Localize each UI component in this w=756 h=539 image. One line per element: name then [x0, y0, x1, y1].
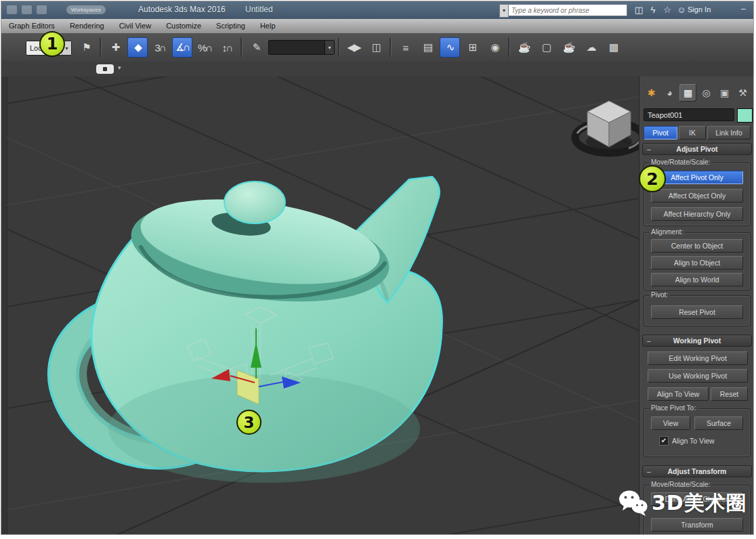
- document-title: Untitled: [245, 5, 273, 14]
- graphite-ribbon-icon[interactable]: ▤: [417, 37, 438, 58]
- named-selection-sets-dropdown[interactable]: ▾: [268, 40, 335, 55]
- edit-working-pivot-button[interactable]: Edit Working Pivot: [648, 351, 748, 365]
- use-working-pivot-button[interactable]: Use Working Pivot: [648, 369, 748, 383]
- display-tab-icon[interactable]: ▣: [716, 84, 733, 102]
- material-editor-icon[interactable]: ◉: [484, 37, 505, 58]
- ribbon-toggle-icon: [103, 67, 107, 71]
- transform-button[interactable]: Transform: [651, 518, 743, 532]
- create-tab-icon[interactable]: ✱: [643, 84, 660, 102]
- menu-rendering[interactable]: Rendering: [62, 19, 112, 33]
- user-icon[interactable]: ☺: [675, 4, 688, 16]
- minimize-button[interactable]: –: [741, 4, 746, 14]
- align-icon[interactable]: ◫: [366, 37, 386, 58]
- viewport-canvas: [7, 77, 639, 535]
- tab-pivot[interactable]: Pivot: [644, 126, 677, 139]
- group-label: Move/Rotate/Scale:: [649, 158, 712, 166]
- menu-civil-view[interactable]: Civil View: [112, 19, 159, 33]
- app-title: Autodesk 3ds Max 2016: [138, 5, 226, 14]
- tab-link-info[interactable]: Link Info: [707, 126, 751, 139]
- workspaces-dropdown[interactable]: Workspaces: [66, 5, 106, 14]
- render-cloud-icon[interactable]: ☁: [581, 37, 601, 58]
- search-scope-dropdown[interactable]: ▾: [499, 4, 509, 18]
- schematic-view-icon[interactable]: ⊞: [462, 37, 482, 58]
- menu-help[interactable]: Help: [253, 19, 283, 33]
- modify-tab-icon[interactable]: ◕: [661, 84, 678, 102]
- collapse-icon: –: [647, 337, 651, 345]
- place-pivot-surface-button[interactable]: Surface: [694, 416, 743, 430]
- snaps-toggle-icon[interactable]: 3∩: [150, 37, 170, 58]
- collapse-icon: –: [647, 145, 651, 153]
- object-name-field[interactable]: Teapot001: [644, 108, 734, 121]
- align-to-object-button[interactable]: Align to Object: [651, 256, 743, 270]
- reset-working-pivot-button[interactable]: Reset: [711, 387, 748, 401]
- rollout-adjust-transform[interactable]: – Adjust Transform: [642, 465, 752, 477]
- quick-access-icon[interactable]: [7, 5, 17, 14]
- curve-editor-icon[interactable]: ∿: [440, 37, 460, 58]
- layer-manager-icon[interactable]: ≡: [395, 37, 415, 58]
- search-input[interactable]: [508, 4, 627, 16]
- lightning-icon[interactable]: ϟ: [646, 4, 660, 16]
- quick-access-icon[interactable]: [37, 5, 47, 14]
- toolbar-icons: ⚑ ✚ ◆ 3∩ ∡∩ %∩ ↕∩ ✎ ▾ ◀▶ ◫ ≡ ▤ ∿ ⊞ ◉ ☕: [76, 37, 623, 58]
- use-pivot-point-center-icon[interactable]: ⚑: [76, 37, 96, 58]
- callout-1: 1: [39, 31, 65, 57]
- quick-access-icon[interactable]: [22, 5, 32, 14]
- utilities-tab-icon[interactable]: ⚒: [734, 84, 751, 102]
- wechat-icon: [618, 489, 649, 517]
- callout-2: 2: [639, 165, 666, 192]
- group-alignment: Alignment: Center to Object Align to Obj…: [644, 232, 751, 290]
- watermark: 3D美术圈: [618, 489, 747, 517]
- rollout-adjust-pivot[interactable]: – Adjust Pivot: [642, 143, 752, 155]
- reset-pivot-button[interactable]: Reset Pivot: [651, 305, 743, 319]
- title-bar: Workspaces Autodesk 3ds Max 2016 Untitle…: [1, 1, 753, 20]
- checkbox-checked-icon[interactable]: ✔: [659, 436, 669, 446]
- menu-customize[interactable]: Customize: [159, 19, 209, 33]
- group-label: Move/Rotate/Scale:: [649, 481, 712, 488]
- group-label: Pivot:: [649, 291, 670, 299]
- chevron-down-icon[interactable]: ▾: [118, 64, 121, 71]
- angle-snap-icon[interactable]: ∡∩: [172, 37, 192, 58]
- motion-tab-icon[interactable]: ◎: [698, 84, 715, 102]
- viewcube[interactable]: [575, 101, 639, 153]
- align-to-view-button[interactable]: Align To View: [648, 387, 709, 401]
- toolbar-separator: [240, 38, 243, 57]
- keyboard-shortcut-override-icon[interactable]: ◆: [127, 37, 148, 58]
- ribbon-strip: ▾: [1, 62, 753, 77]
- rollout-title: Working Pivot: [673, 337, 721, 345]
- favorites-star-icon[interactable]: ☆: [660, 4, 674, 16]
- mirror-icon[interactable]: ◀▶: [343, 37, 364, 58]
- menu-scripting[interactable]: Scripting: [209, 19, 253, 33]
- spinner-snap-icon[interactable]: ↕∩: [217, 37, 237, 58]
- percent-snap-icon[interactable]: %∩: [194, 37, 215, 58]
- align-to-world-button[interactable]: Align to World: [651, 273, 743, 286]
- tab-ik[interactable]: IK: [679, 126, 706, 139]
- render-production-icon[interactable]: ☕: [558, 37, 579, 58]
- rollout-working-pivot[interactable]: – Working Pivot: [642, 335, 752, 347]
- rendered-frame-window-icon[interactable]: ▢: [536, 37, 556, 58]
- screenshot-stage: Workspaces Autodesk 3ds Max 2016 Untitle…: [0, 0, 756, 539]
- affect-object-only-button[interactable]: Affect Object Only: [651, 189, 743, 202]
- callout-3: 3: [236, 410, 261, 435]
- hierarchy-tab-icon[interactable]: ▦: [679, 84, 696, 102]
- place-pivot-view-button[interactable]: View: [651, 416, 690, 430]
- edit-named-selection-sets-icon[interactable]: ✎: [246, 37, 266, 58]
- center-to-object-button[interactable]: Center to Object: [651, 239, 743, 253]
- menu-bar: Graph Editors Rendering Civil View Custo…: [1, 19, 753, 34]
- render-setup-icon[interactable]: ☕: [513, 37, 534, 58]
- ribbon-toggle-button[interactable]: [96, 64, 114, 74]
- group-place-pivot-to: Place Pivot To: View Surface ✔ Align To …: [644, 408, 751, 457]
- toolbar-separator: [508, 38, 510, 57]
- toolbar-separator: [100, 38, 102, 57]
- command-panel-tabs: ✱ ◕ ▦ ◎ ▣ ⚒: [643, 84, 751, 102]
- render-elements-icon[interactable]: ▩: [603, 37, 623, 58]
- select-and-manipulate-icon[interactable]: ✚: [105, 37, 125, 58]
- object-color-swatch[interactable]: [737, 108, 753, 123]
- perspective-viewport[interactable]: 3: [1, 77, 639, 535]
- infocenter-grid-icon[interactable]: ◫: [632, 4, 646, 16]
- rollout-title: Adjust Transform: [668, 467, 727, 475]
- affect-hierarchy-only-button[interactable]: Affect Hierarchy Only: [651, 207, 743, 221]
- toolbar-separator: [390, 38, 392, 57]
- sign-in-button[interactable]: Sign In: [688, 5, 711, 14]
- teapot-object[interactable]: [63, 177, 442, 483]
- checkbox-label: Align To View: [672, 437, 715, 445]
